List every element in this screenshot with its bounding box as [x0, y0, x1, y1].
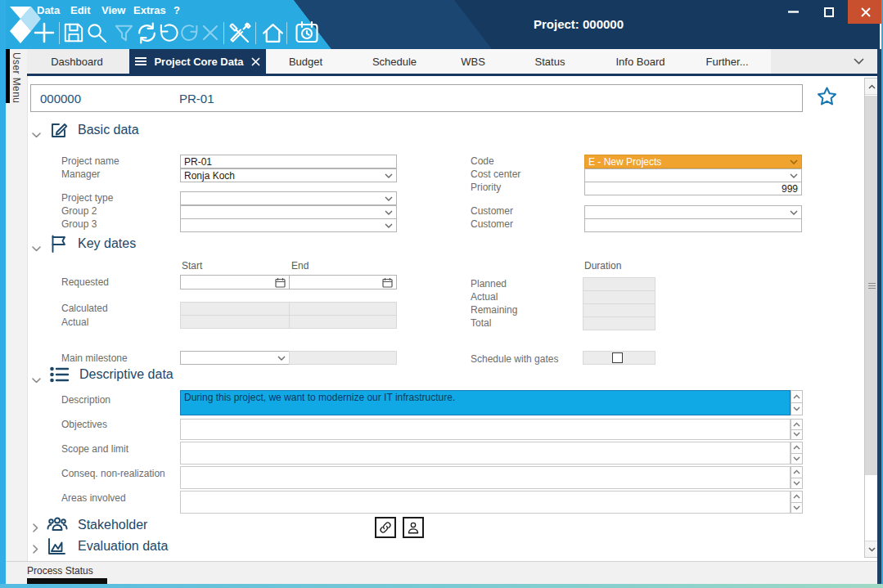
spin-up-button[interactable] — [791, 390, 803, 403]
tab-dashboard[interactable]: Dashboard — [25, 49, 129, 74]
tools-icon — [228, 21, 251, 44]
requested-start-date-input[interactable] — [180, 275, 290, 290]
manager-select[interactable]: Ronja Koch — [180, 168, 397, 182]
tab-overflow-button[interactable] — [771, 49, 877, 74]
chevron-down-icon — [385, 173, 393, 178]
spin-down-button[interactable] — [791, 478, 803, 490]
menu-view[interactable]: View — [101, 4, 125, 16]
menu-extras[interactable]: Extras — [133, 4, 166, 16]
search-button[interactable] — [83, 20, 110, 46]
tab-further[interactable]: Further... — [683, 49, 771, 74]
scrollbar-thumb[interactable] — [865, 96, 878, 475]
areas-textarea[interactable] — [180, 491, 791, 514]
scroll-up-button[interactable] — [865, 79, 878, 95]
objectives-textarea[interactable] — [180, 419, 791, 440]
customer-input[interactable] — [584, 218, 802, 232]
tab-label: Project Core Data — [154, 56, 243, 68]
toolbar-separator — [255, 22, 256, 44]
spin-down-button[interactable] — [791, 503, 803, 514]
conseq-spinner[interactable] — [791, 466, 803, 489]
spin-down-button[interactable] — [791, 430, 803, 441]
group2-select[interactable] — [180, 205, 397, 219]
section-title-key-dates[interactable]: Key dates — [78, 236, 136, 251]
planned-duration-field — [583, 277, 655, 291]
description-spinner[interactable] — [791, 390, 803, 415]
calculated-start-field — [180, 302, 290, 316]
evaluation-chart-icon — [47, 536, 67, 559]
schedule-with-gates-checkbox[interactable] — [612, 352, 623, 363]
field-label: Group 2 — [61, 206, 97, 217]
user-menu-tab[interactable]: User Menu — [11, 52, 22, 103]
spin-up-button[interactable] — [791, 442, 803, 454]
add-button[interactable] — [31, 20, 57, 46]
project-type-select[interactable] — [180, 191, 397, 205]
person-button[interactable] — [403, 517, 424, 538]
titlebar: Data Edit View Extras ? — [6, 0, 880, 49]
home-button[interactable] — [259, 20, 286, 46]
section-title-stakeholder[interactable]: Stakeholder — [78, 518, 147, 532]
maximize-button[interactable] — [812, 0, 846, 24]
planning-calendar-button[interactable] — [294, 20, 320, 46]
menu-help[interactable]: ? — [173, 4, 180, 16]
field-label: Customer — [471, 206, 513, 217]
tab-status[interactable]: Status — [502, 49, 597, 74]
collapse-chevron-descriptive[interactable] — [32, 372, 41, 387]
scope-spinner[interactable] — [791, 442, 803, 465]
spin-up-button[interactable] — [791, 491, 803, 503]
tab-close-icon[interactable] — [251, 57, 260, 66]
favorite-star-icon[interactable] — [816, 86, 838, 108]
requested-end-date-input[interactable] — [289, 275, 397, 290]
tab-info-board[interactable]: Info Board — [597, 49, 683, 74]
project-number: 000000 — [40, 92, 81, 105]
section-title-descriptive-data[interactable]: Descriptive data — [79, 367, 173, 382]
chevron-down-icon — [385, 196, 393, 201]
filter-icon — [114, 23, 134, 43]
project-name-input[interactable]: PR-01 — [180, 155, 397, 168]
expand-chevron-stakeholder[interactable] — [33, 521, 38, 536]
close-icon — [861, 7, 871, 17]
spin-up-button[interactable] — [791, 419, 803, 430]
section-title-evaluation-data[interactable]: Evaluation data — [78, 539, 168, 554]
spin-down-button[interactable] — [791, 454, 803, 465]
objectives-spinner[interactable] — [791, 419, 803, 440]
search-icon — [86, 22, 108, 44]
collapse-chevron-basic[interactable] — [32, 127, 41, 141]
calculated-end-field — [289, 302, 397, 316]
priority-input[interactable]: 999 — [584, 182, 802, 195]
calendar-icon[interactable] — [382, 277, 393, 288]
description-textarea[interactable]: During this project, we want to moderniz… — [180, 390, 791, 415]
minimize-button[interactable] — [776, 0, 810, 24]
collapse-chevron-key-dates[interactable] — [32, 240, 41, 255]
close-button[interactable] — [848, 0, 883, 24]
calendar-icon[interactable] — [275, 277, 286, 288]
menu-edit[interactable]: Edit — [70, 4, 91, 16]
tools-button[interactable] — [227, 20, 253, 46]
cost-center-select[interactable] — [584, 168, 802, 182]
conseq-textarea[interactable] — [180, 466, 791, 489]
edit-pencil-icon — [49, 120, 69, 143]
field-label: Scope and limit — [61, 444, 128, 455]
section-title-basic-data[interactable]: Basic data — [78, 123, 139, 137]
spin-up-button[interactable] — [791, 466, 803, 478]
menu-data[interactable]: Data — [37, 4, 60, 16]
scope-textarea[interactable] — [180, 442, 791, 465]
chevron-down-icon — [385, 210, 393, 215]
link-button[interactable] — [375, 517, 396, 538]
main-milestone-select[interactable] — [180, 351, 290, 365]
code-select[interactable]: E - New Projects — [584, 155, 802, 168]
spin-down-button[interactable] — [791, 403, 803, 415]
tab-project-core-data[interactable]: Project Core Data — [129, 49, 266, 74]
save-icon — [63, 22, 84, 43]
tab-schedule[interactable]: Schedule — [345, 49, 444, 74]
areas-spinner[interactable] — [791, 491, 803, 514]
cancel-button[interactable] — [197, 20, 223, 46]
expand-chevron-evaluation[interactable] — [33, 542, 38, 557]
tab-budget[interactable]: Budget — [266, 49, 345, 74]
actual-duration-field — [583, 290, 655, 304]
customer-select[interactable] — [584, 205, 802, 219]
group3-select[interactable] — [180, 218, 397, 232]
scroll-down-button[interactable] — [865, 541, 878, 557]
field-value: PR-01 — [184, 156, 393, 168]
tab-wbs[interactable]: WBS — [444, 49, 502, 74]
stakeholder-group-icon — [47, 515, 68, 538]
